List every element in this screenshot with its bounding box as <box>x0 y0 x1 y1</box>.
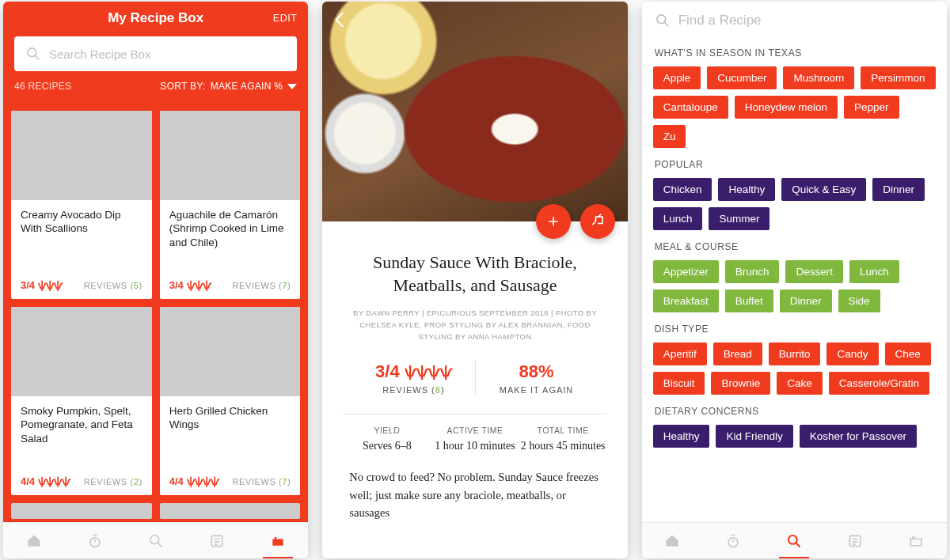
recipe-card[interactable] <box>11 503 152 519</box>
add-button[interactable] <box>536 204 571 239</box>
recipe-card[interactable]: Herb Grilled Chicken Wings 4/4ѱѱѱѱ REVIE… <box>160 307 301 495</box>
recipe-card[interactable]: Smoky Pumpkin, Spelt, Pomegranate, and F… <box>11 307 152 495</box>
stat-active-time: ACTIVE TIME 1 hour 10 minutes <box>431 426 519 452</box>
search-icon <box>655 13 671 28</box>
filter-chip[interactable]: Healthy <box>653 425 710 448</box>
recipe-thumb <box>160 111 301 200</box>
filter-chip[interactable]: Mushroom <box>783 66 854 89</box>
recipe-thumb <box>11 307 152 396</box>
filter-chip[interactable]: Cantaloupe <box>653 96 728 119</box>
recipe-card[interactable] <box>160 503 301 519</box>
filter-chip[interactable]: Aperitif <box>653 342 707 365</box>
svg-point-3 <box>150 535 159 543</box>
filter-chip[interactable]: Chee <box>885 342 931 365</box>
tab-recipe-box[interactable] <box>268 531 288 551</box>
filter-chip[interactable]: Dinner <box>872 178 925 201</box>
rating: 3/4ѱѱѱ <box>21 279 62 291</box>
stat-yield: YIELD Serves 6–8 <box>343 426 431 452</box>
search-input[interactable] <box>49 47 286 61</box>
filter-chip[interactable]: Lunch <box>653 207 703 230</box>
edit-button[interactable]: EDIT <box>273 13 297 24</box>
search-icon <box>25 46 41 62</box>
reviews: REVIEWS (7) <box>232 477 291 486</box>
recipe-grid: Creamy Avocado Dip With Scallions 3/4ѱѱѱ… <box>3 103 308 522</box>
page-title: My Recipe Box <box>108 10 203 26</box>
divider <box>343 414 606 414</box>
filter-chip[interactable]: Lunch <box>849 260 899 283</box>
tab-timer[interactable] <box>85 531 105 551</box>
tab-list[interactable] <box>845 531 865 551</box>
filter-chip[interactable]: Cake <box>777 372 823 395</box>
svg-point-9 <box>788 535 797 543</box>
tab-search[interactable] <box>146 531 166 551</box>
filter-chip[interactable]: Brunch <box>725 260 780 283</box>
filter-chip[interactable]: Persimmon <box>861 66 935 89</box>
reviews: REVIEWS (7) <box>232 281 291 290</box>
filter-chip[interactable]: Candy <box>826 342 878 365</box>
filter-chip[interactable]: Appetizer <box>653 260 719 283</box>
byline: BY DAWN PERRY | EPICURIOUS SEPTEMBER 201… <box>343 308 606 342</box>
filter-chip[interactable]: Quick & Easy <box>781 178 866 201</box>
filter-chip[interactable]: Pepper <box>844 96 899 119</box>
section-title: DISH TYPE <box>655 324 934 335</box>
filter-chip[interactable]: Bread <box>713 342 762 365</box>
filter-chip[interactable]: Casserole/Gratin <box>829 372 929 395</box>
chip-row: ChickenHealthyQuick & EasyDinnerLunchSum… <box>653 178 936 230</box>
filter-chip[interactable]: Side <box>838 289 880 312</box>
section-title: POPULAR <box>655 159 934 170</box>
filter-list[interactable]: WHAT'S IN SEASON IN TEXASAppleCucumberMu… <box>642 36 947 522</box>
tab-bar <box>642 522 947 558</box>
share-button[interactable] <box>580 204 615 239</box>
tab-timer[interactable] <box>723 531 743 551</box>
filter-chip[interactable]: Kid Friendly <box>716 425 792 448</box>
chevron-down-icon <box>287 84 297 89</box>
filter-chip[interactable]: Chicken <box>653 178 712 201</box>
search-bar[interactable] <box>642 2 947 36</box>
back-button[interactable] <box>330 9 351 33</box>
filter-chip[interactable]: Biscuit <box>653 372 705 395</box>
filter-chip[interactable]: Dessert <box>785 260 843 283</box>
tab-bar <box>3 522 308 558</box>
filter-chip[interactable]: Burrito <box>769 342 821 365</box>
sort-label: SORT BY: <box>160 81 205 92</box>
tab-home[interactable] <box>24 531 44 551</box>
svg-line-10 <box>796 543 800 547</box>
rating: 4/4ѱѱѱѱ <box>21 475 70 487</box>
hero-image <box>322 2 627 221</box>
filter-chip[interactable]: Buffet <box>725 289 773 312</box>
sort-button[interactable]: SORT BY: MAKE AGAIN % <box>160 81 297 92</box>
chip-row: HealthyKid FriendlyKosher for Passover <box>653 425 936 448</box>
svg-point-6 <box>657 15 666 24</box>
time-row: YIELD Serves 6–8 ACTIVE TIME 1 hour 10 m… <box>343 426 606 452</box>
filter-chip[interactable]: Healthy <box>718 178 775 201</box>
screen-recipe-box: My Recipe Box EDIT 46 RECIPES SORT BY: M… <box>3 2 308 558</box>
rating: 4/4ѱѱѱѱ <box>169 475 218 487</box>
svg-line-1 <box>36 56 40 60</box>
recipe-card[interactable]: Aguachile de Camarón (Shrimp Cooked in L… <box>160 111 301 299</box>
filter-chip[interactable]: Kosher for Passover <box>800 425 917 448</box>
reviews: REVIEWS (5) <box>84 281 142 290</box>
filter-chip[interactable]: Summer <box>709 207 770 230</box>
search-bar[interactable] <box>14 36 297 71</box>
sort-value: MAKE AGAIN % <box>211 81 283 92</box>
section-title: WHAT'S IN SEASON IN TEXAS <box>655 47 934 59</box>
search-input[interactable] <box>678 13 934 28</box>
recipe-card[interactable]: Creamy Avocado Dip With Scallions 3/4ѱѱѱ… <box>11 111 152 299</box>
tab-list[interactable] <box>207 531 227 551</box>
filter-chip[interactable]: Cucumber <box>707 66 777 89</box>
filter-chip[interactable]: Dinner <box>780 289 832 312</box>
stat-total-time: TOTAL TIME 2 hours 45 minutes <box>519 426 607 452</box>
tab-home[interactable] <box>662 531 682 551</box>
section-title: DIETARY CONCERNS <box>655 406 934 417</box>
tab-search[interactable] <box>784 531 804 551</box>
filter-chip[interactable]: Zu <box>653 125 686 148</box>
chip-row: AperitifBreadBurritoCandyCheeBiscuitBrow… <box>653 342 936 395</box>
stat-rating: 3/4ѱѱѱѱ REVIEWS (8) <box>352 360 474 396</box>
filter-chip[interactable]: Brownie <box>711 372 770 395</box>
filter-chip[interactable]: Apple <box>653 66 701 89</box>
recipe-title: Creamy Avocado Dip With Scallions <box>21 208 142 236</box>
filter-chip[interactable]: Breakfast <box>653 289 719 312</box>
filter-chip[interactable]: Honeydew melon <box>735 96 838 119</box>
stat-make-again: 88% MAKE IT AGAIN <box>475 360 598 396</box>
tab-recipe-box[interactable] <box>906 531 926 551</box>
